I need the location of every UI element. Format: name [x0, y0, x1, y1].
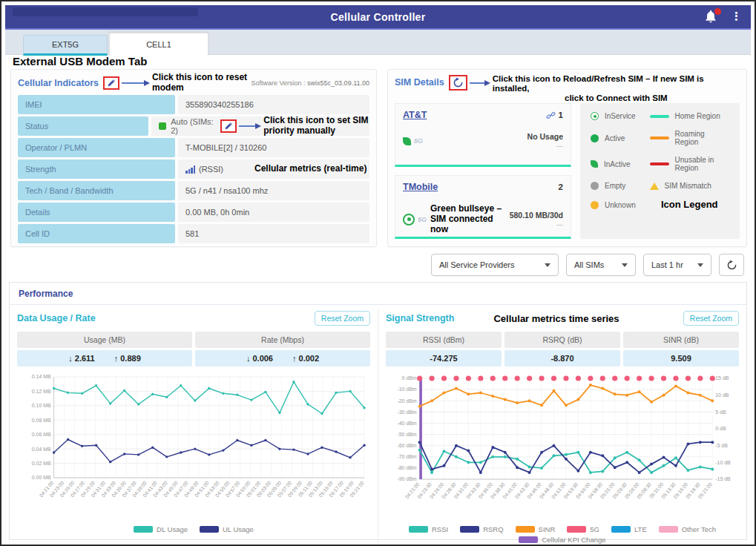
point-5G — [551, 375, 556, 381]
row-label: Operator / PLMN — [18, 138, 175, 157]
sim-name-link[interactable]: AT&T — [403, 110, 427, 120]
legend-label: 5G — [590, 525, 599, 533]
point-5G — [502, 375, 507, 381]
legend-item-other-tech[interactable]: Other Tech — [659, 525, 716, 533]
sim-priority-annotation: Click this icon to set SIM priority manu… — [263, 116, 369, 136]
svg-text:0.06 MB: 0.06 MB — [32, 432, 51, 437]
svg-text:-30 dBm: -30 dBm — [397, 410, 416, 415]
dropdown-value: All SIMs — [574, 260, 610, 269]
legend-label: Roaming Region — [675, 130, 729, 146]
empty-icon — [591, 182, 599, 190]
row-label: Cell ID — [18, 224, 175, 243]
notifications-bell-icon[interactable] — [703, 9, 720, 25]
svg-text:-60 dBm: -60 dBm — [397, 443, 416, 448]
callout-arrow — [470, 80, 490, 86]
status-green-icon — [159, 122, 166, 130]
point-5G — [478, 375, 483, 381]
point-5G — [697, 375, 703, 381]
tab-ext5g[interactable]: EXT5G — [23, 35, 108, 56]
time-range-dropdown[interactable]: Last 1 hr — [643, 254, 711, 276]
rsrq-value: -8.870 — [504, 350, 620, 366]
legend-label: Home Region — [675, 112, 720, 120]
section-heading: External USB Modem Tab — [13, 55, 147, 68]
legend-label: LTE — [634, 525, 647, 533]
chart-filters: All Service Providers All SIMs Last 1 hr — [431, 254, 744, 276]
strength-value: (RSSI) — [199, 165, 223, 174]
legend-label: UL Usage — [223, 525, 254, 533]
reset-zoom-button[interactable]: Reset Zoom — [315, 311, 370, 326]
reset-zoom-button[interactable]: Reset Zoom — [683, 311, 739, 326]
signal-strength-chart-container[interactable]: 04:21:0004:23:3004:26:0004:28:3004:31:00… — [386, 372, 739, 525]
notification-badge — [714, 8, 721, 15]
legend-item-5g[interactable]: 5G — [567, 525, 599, 533]
svg-text:-90 dBm: -90 dBm — [397, 476, 416, 481]
signal-strength-title: Signal Strength — [386, 313, 454, 323]
legend-label: InService — [605, 112, 636, 120]
point-5G — [649, 375, 654, 381]
sims-dropdown[interactable]: All SIMs — [566, 254, 636, 276]
data-usage-title: Data Usage / Rate — [17, 313, 96, 323]
legend-item-rssi[interactable]: RSSI — [409, 525, 448, 533]
legend-label: Cellular KPI Change — [542, 536, 605, 544]
tab-cell1[interactable]: CELL1 — [109, 33, 208, 56]
sim-cards-column: AT&T 1 5G No Usage --- — [395, 103, 571, 239]
point-5G — [612, 375, 617, 381]
data-usage-chart[interactable]: 04:21:0004:23:0004:25:0004:27:0004:29:00… — [17, 372, 370, 525]
redacted-region — [13, 7, 198, 16]
legend-unusable-region: Unusable in Region — [650, 156, 729, 172]
legend-item-dl-usage[interactable]: DL Usage — [134, 525, 188, 533]
signal-strength-section: Signal Strength Cellular metrics time se… — [378, 309, 746, 544]
details-value: 0.00 MB, 0h 0min — [178, 203, 369, 222]
legend-label: SIM Mismatch — [665, 182, 711, 190]
legend-active: Active — [591, 130, 650, 146]
chevron-down-icon — [697, 263, 703, 267]
sim-count: 1 — [559, 111, 563, 119]
legend-item-lte[interactable]: LTE — [611, 525, 647, 533]
sim-name-link[interactable]: TMobile — [403, 182, 438, 192]
svg-text:-20 dBm: -20 dBm — [397, 398, 416, 404]
app-root: { "header": { "title": "Cellular Control… — [0, 0, 756, 546]
active-icon — [591, 134, 599, 142]
svg-text:0.08 MB: 0.08 MB — [32, 418, 51, 423]
legend-swatch — [134, 526, 153, 533]
svg-text:-15 dB: -15 dB — [715, 476, 731, 481]
rate-values: ↓ 0.006 ↑ 0.002 — [195, 350, 370, 366]
sim-priority-button[interactable] — [220, 119, 237, 133]
kpi-change-legend: Cellular KPI Change — [386, 536, 739, 544]
data-usage-chart-container[interactable]: 04:21:0004:23:0004:25:0004:27:0004:29:00… — [17, 372, 370, 525]
reload-sim-button[interactable] — [449, 75, 467, 91]
legend-item-sinr[interactable]: SINR — [516, 525, 556, 533]
table-row: Strength (RSSI) Cellular metrics (real-t… — [18, 159, 369, 179]
legend-swatch — [519, 536, 538, 543]
usage-download: ↓ 2.611 — [68, 354, 94, 363]
tech-value: 5G / n41 / nsa100 mhz — [178, 181, 369, 200]
chevron-down-icon — [622, 263, 628, 267]
overflow-menu-icon[interactable]: ⋮ — [731, 8, 742, 24]
legend-unknown: Unknown — [591, 200, 650, 211]
legend-item-rsrq[interactable]: RSRQ — [460, 525, 503, 533]
sim-card-tmobile[interactable]: TMobile 2 5G Green bullseye – SIM connec… — [395, 175, 571, 239]
signal-strength-chart[interactable]: 04:21:0004:23:3004:26:0004:28:3004:31:00… — [386, 372, 739, 525]
refresh-charts-button[interactable] — [719, 254, 744, 276]
usage-values: ↓ 2.611 ↑ 0.889 — [17, 350, 192, 366]
reload-annotation-line2: click to Connect with SIM — [493, 93, 740, 103]
cell-id-value: 581 — [178, 224, 369, 243]
svg-text:-10 dB: -10 dB — [715, 460, 731, 465]
point-5G — [600, 375, 605, 381]
pencil-icon — [107, 79, 116, 88]
legend-swatch — [659, 526, 678, 533]
svg-text:10 dB: 10 dB — [715, 392, 729, 398]
callout-arrow — [239, 123, 261, 129]
rsrq-header: RSRQ (dB) — [504, 332, 620, 348]
reset-modem-button[interactable] — [103, 76, 119, 90]
table-row: IMEI 355890340255186 — [18, 95, 369, 114]
legend-item-ul-usage[interactable]: UL Usage — [200, 525, 254, 533]
legend-empty: Empty — [591, 182, 650, 190]
service-provider-dropdown[interactable]: All Service Providers — [431, 254, 559, 276]
legend-label: RSSI — [432, 525, 448, 533]
callout-arrow — [122, 80, 150, 86]
svg-text:0.04 MB: 0.04 MB — [32, 447, 51, 452]
legend-item-cellular-kpi-change[interactable]: Cellular KPI Change — [519, 536, 605, 544]
sim-card-att[interactable]: AT&T 1 5G No Usage --- — [395, 103, 571, 167]
realtime-metrics-annotation: Cellular metrics (real-time) — [254, 164, 367, 174]
